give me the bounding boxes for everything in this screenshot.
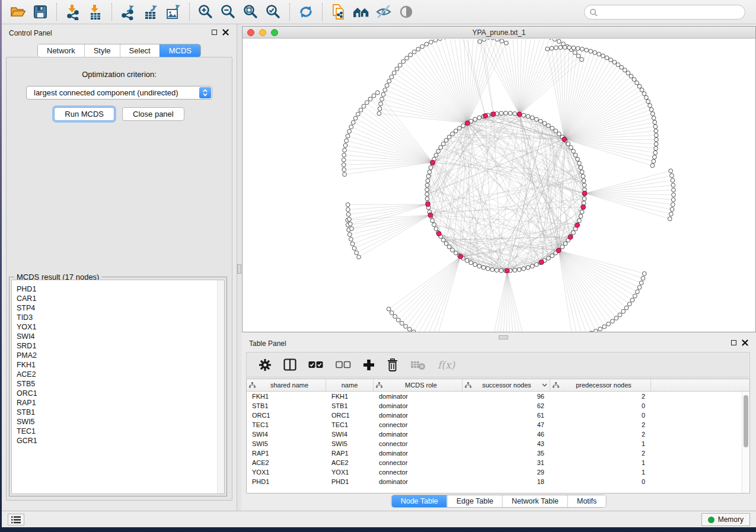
ring-node[interactable] <box>434 227 438 231</box>
leaf-node[interactable] <box>407 327 412 331</box>
leaf-node[interactable] <box>669 169 673 173</box>
ring-node[interactable] <box>425 188 429 192</box>
mcds-result-list[interactable]: PHD1CAR1STP4TID3YOX1SWI4SRD1PMA2FKH1ACE2… <box>11 280 225 494</box>
leaf-node[interactable] <box>654 142 658 146</box>
mcds-result-item[interactable]: PMA2 <box>17 351 224 360</box>
leaf-node[interactable] <box>350 227 354 231</box>
export-image-icon[interactable] <box>162 2 184 22</box>
ring-node[interactable] <box>444 139 448 143</box>
leaf-node[interactable] <box>342 158 346 162</box>
leaf-node[interactable] <box>624 306 629 310</box>
delete-icon[interactable] <box>387 358 398 371</box>
leaf-node[interactable] <box>669 212 673 216</box>
add-icon[interactable] <box>363 359 375 371</box>
mcds-hub-node[interactable] <box>575 223 580 227</box>
leaf-node[interactable] <box>646 100 650 104</box>
task-history-button[interactable] <box>8 514 24 525</box>
leaf-node[interactable] <box>379 102 383 106</box>
ring-node[interactable] <box>578 161 582 165</box>
leaf-node[interactable] <box>356 112 360 116</box>
ring-node[interactable] <box>580 170 584 174</box>
leaf-node[interactable] <box>557 40 561 44</box>
leaf-node[interactable] <box>636 290 640 294</box>
leaf-node[interactable] <box>349 237 353 241</box>
mcds-result-item[interactable]: SRD1 <box>17 341 224 351</box>
ring-node[interactable] <box>451 132 455 136</box>
table-row[interactable]: PHD1PHD1dominator180 <box>247 477 749 486</box>
leaf-node[interactable] <box>343 148 347 152</box>
close-table-panel-icon[interactable] <box>742 339 748 346</box>
leaf-node[interactable] <box>626 71 630 75</box>
tab-network-table[interactable]: Network Table <box>502 495 567 507</box>
leaf-node[interactable] <box>495 39 499 41</box>
leaf-node[interactable] <box>378 107 382 111</box>
ring-node[interactable] <box>508 111 512 116</box>
ring-node[interactable] <box>426 179 430 183</box>
ring-node[interactable] <box>576 157 580 161</box>
mcds-hub-node[interactable] <box>465 121 470 126</box>
leaf-node[interactable] <box>620 65 624 69</box>
leaf-node[interactable] <box>559 46 563 50</box>
mcds-hub-node[interactable] <box>430 160 435 165</box>
zoom-in-icon[interactable] <box>194 2 217 22</box>
ring-node[interactable] <box>582 183 586 187</box>
leaf-node[interactable] <box>641 276 645 280</box>
leaf-node[interactable] <box>614 316 618 321</box>
ring-node[interactable] <box>473 117 477 121</box>
leaf-node[interactable] <box>380 97 384 101</box>
leaf-node[interactable] <box>652 116 656 120</box>
ring-node[interactable] <box>534 117 538 121</box>
leaf-node[interactable] <box>395 67 399 71</box>
tab-select[interactable]: Select <box>120 44 160 57</box>
leaf-node[interactable] <box>383 88 387 92</box>
leaf-node[interactable] <box>671 183 675 187</box>
leaf-node[interactable] <box>672 188 676 192</box>
leaf-node[interactable] <box>343 143 347 148</box>
mcds-result-item[interactable]: ORC1 <box>17 389 224 398</box>
leaf-node[interactable] <box>597 52 601 56</box>
ring-node[interactable] <box>513 112 517 116</box>
ring-node[interactable] <box>572 230 576 235</box>
leaf-node[interactable] <box>342 153 346 157</box>
function-builder-icon[interactable]: f(x) <box>438 359 455 371</box>
leaf-node[interactable] <box>349 125 353 129</box>
result-list-scrollbar[interactable] <box>217 280 224 493</box>
zoom-fit-icon[interactable] <box>240 2 262 22</box>
leaf-node[interactable] <box>400 321 404 325</box>
leaf-node[interactable] <box>342 163 346 167</box>
ring-node[interactable] <box>513 268 517 273</box>
leaf-node[interactable] <box>633 294 637 298</box>
leaf-node[interactable] <box>396 318 400 322</box>
ring-node[interactable] <box>538 119 543 123</box>
mcds-result-item[interactable]: CAR1 <box>17 294 224 303</box>
mcds-hub-node[interactable] <box>517 112 522 117</box>
mcds-hub-node[interactable] <box>556 248 561 253</box>
mcds-hub-node[interactable] <box>426 202 430 207</box>
leaf-node[interactable] <box>355 251 359 255</box>
ring-node[interactable] <box>444 242 448 246</box>
leaf-node[interactable] <box>598 327 602 331</box>
ring-node[interactable] <box>426 174 430 178</box>
leaf-node[interactable] <box>375 91 379 95</box>
leaf-node[interactable] <box>405 56 409 60</box>
ring-node[interactable] <box>526 114 530 118</box>
zoom-out-icon[interactable] <box>217 2 240 22</box>
leaf-node[interactable] <box>351 120 355 124</box>
ring-node[interactable] <box>554 129 558 133</box>
float-table-panel-icon[interactable] <box>731 340 736 345</box>
leaf-node[interactable] <box>353 116 358 120</box>
leaf-node[interactable] <box>653 155 657 159</box>
zoom-selected-icon[interactable] <box>262 2 285 22</box>
table-row[interactable]: SWI5SWI5connector431 <box>247 439 749 448</box>
ring-node[interactable] <box>434 153 438 158</box>
leaf-node[interactable] <box>342 168 346 172</box>
mcds-result-item[interactable]: GCR1 <box>17 436 224 446</box>
leaf-node[interactable] <box>627 302 631 306</box>
leaf-node[interactable] <box>412 330 416 332</box>
mcds-hub-node[interactable] <box>491 112 496 117</box>
leaf-node[interactable] <box>605 56 609 60</box>
ring-node[interactable] <box>526 265 530 270</box>
ring-node[interactable] <box>465 258 469 262</box>
leaf-node[interactable] <box>593 50 597 55</box>
leaf-node[interactable] <box>368 97 372 101</box>
